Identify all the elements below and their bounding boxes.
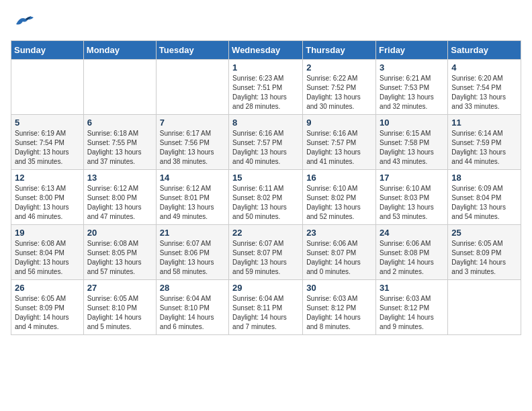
logo[interactable] xyxy=(11,11,36,35)
svg-rect-0 xyxy=(11,11,35,35)
day-number: 5 xyxy=(15,118,80,128)
calendar-day-cell: 11Sunrise: 6:14 AM Sunset: 7:59 PM Dayli… xyxy=(448,115,521,170)
day-info: Sunrise: 6:16 AM Sunset: 7:57 PM Dayligh… xyxy=(232,129,299,167)
day-header-tuesday: Tuesday xyxy=(156,41,228,60)
day-number: 4 xyxy=(451,62,517,73)
day-header-thursday: Thursday xyxy=(303,41,376,60)
calendar-day-cell: 22Sunrise: 6:07 AM Sunset: 8:07 PM Dayli… xyxy=(229,225,303,280)
day-number: 28 xyxy=(160,283,225,293)
calendar-day-cell: 14Sunrise: 6:12 AM Sunset: 8:01 PM Dayli… xyxy=(156,170,228,225)
day-number: 26 xyxy=(15,283,80,293)
day-number: 17 xyxy=(380,173,444,183)
calendar-week-row: 12Sunrise: 6:13 AM Sunset: 8:00 PM Dayli… xyxy=(11,170,521,225)
calendar-day-cell: 10Sunrise: 6:15 AM Sunset: 7:58 PM Dayli… xyxy=(376,115,448,170)
day-info: Sunrise: 6:06 AM Sunset: 8:08 PM Dayligh… xyxy=(380,239,444,277)
day-info: Sunrise: 6:05 AM Sunset: 8:10 PM Dayligh… xyxy=(87,294,152,332)
day-number: 22 xyxy=(232,228,299,238)
day-info: Sunrise: 6:10 AM Sunset: 8:02 PM Dayligh… xyxy=(306,184,372,222)
calendar-day-cell: 26Sunrise: 6:05 AM Sunset: 8:09 PM Dayli… xyxy=(11,280,84,335)
day-number: 13 xyxy=(87,173,152,183)
calendar-day-cell: 6Sunrise: 6:18 AM Sunset: 7:55 PM Daylig… xyxy=(83,115,156,170)
day-number: 8 xyxy=(232,118,299,128)
day-number: 10 xyxy=(380,118,444,128)
calendar-day-cell: 15Sunrise: 6:11 AM Sunset: 8:02 PM Dayli… xyxy=(229,170,303,225)
day-header-monday: Monday xyxy=(83,41,156,60)
calendar-empty-cell xyxy=(448,280,521,335)
day-number: 29 xyxy=(232,283,299,293)
calendar-day-cell: 3Sunrise: 6:21 AM Sunset: 7:53 PM Daylig… xyxy=(376,60,448,115)
day-info: Sunrise: 6:16 AM Sunset: 7:57 PM Dayligh… xyxy=(306,129,372,167)
day-header-saturday: Saturday xyxy=(448,41,521,60)
day-info: Sunrise: 6:08 AM Sunset: 8:04 PM Dayligh… xyxy=(15,239,80,277)
calendar-day-cell: 19Sunrise: 6:08 AM Sunset: 8:04 PM Dayli… xyxy=(11,225,84,280)
day-info: Sunrise: 6:12 AM Sunset: 8:01 PM Dayligh… xyxy=(160,184,225,222)
day-number: 23 xyxy=(306,228,372,238)
calendar-day-cell: 30Sunrise: 6:03 AM Sunset: 8:12 PM Dayli… xyxy=(303,280,376,335)
calendar-day-cell: 12Sunrise: 6:13 AM Sunset: 8:00 PM Dayli… xyxy=(11,170,84,225)
day-info: Sunrise: 6:21 AM Sunset: 7:53 PM Dayligh… xyxy=(380,74,444,111)
calendar-week-row: 5Sunrise: 6:19 AM Sunset: 7:54 PM Daylig… xyxy=(11,115,521,170)
page-header xyxy=(11,11,521,35)
day-info: Sunrise: 6:03 AM Sunset: 8:12 PM Dayligh… xyxy=(306,294,372,332)
calendar-day-cell: 4Sunrise: 6:20 AM Sunset: 7:54 PM Daylig… xyxy=(448,60,521,115)
calendar-day-cell: 1Sunrise: 6:23 AM Sunset: 7:51 PM Daylig… xyxy=(229,60,303,115)
day-info: Sunrise: 6:18 AM Sunset: 7:55 PM Dayligh… xyxy=(87,129,152,167)
calendar-day-cell: 18Sunrise: 6:09 AM Sunset: 8:04 PM Dayli… xyxy=(448,170,521,225)
day-number: 14 xyxy=(160,173,225,183)
calendar-empty-cell xyxy=(11,60,84,115)
day-number: 27 xyxy=(87,283,152,293)
day-info: Sunrise: 6:08 AM Sunset: 8:05 PM Dayligh… xyxy=(87,239,152,277)
day-header-wednesday: Wednesday xyxy=(229,41,303,60)
day-info: Sunrise: 6:04 AM Sunset: 8:11 PM Dayligh… xyxy=(232,294,299,332)
day-info: Sunrise: 6:17 AM Sunset: 7:56 PM Dayligh… xyxy=(160,129,225,167)
day-info: Sunrise: 6:07 AM Sunset: 8:06 PM Dayligh… xyxy=(160,239,225,277)
day-number: 11 xyxy=(451,118,517,128)
day-info: Sunrise: 6:12 AM Sunset: 8:00 PM Dayligh… xyxy=(87,184,152,222)
day-info: Sunrise: 6:11 AM Sunset: 8:02 PM Dayligh… xyxy=(232,184,299,222)
day-number: 19 xyxy=(15,228,80,238)
calendar-day-cell: 9Sunrise: 6:16 AM Sunset: 7:57 PM Daylig… xyxy=(303,115,376,170)
calendar-day-cell: 25Sunrise: 6:05 AM Sunset: 8:09 PM Dayli… xyxy=(448,225,521,280)
day-info: Sunrise: 6:05 AM Sunset: 8:09 PM Dayligh… xyxy=(15,294,80,332)
day-number: 7 xyxy=(160,118,225,128)
calendar-day-cell: 5Sunrise: 6:19 AM Sunset: 7:54 PM Daylig… xyxy=(11,115,84,170)
calendar-week-row: 19Sunrise: 6:08 AM Sunset: 8:04 PM Dayli… xyxy=(11,225,521,280)
calendar-table: SundayMondayTuesdayWednesdayThursdayFrid… xyxy=(11,40,521,335)
calendar-day-cell: 7Sunrise: 6:17 AM Sunset: 7:56 PM Daylig… xyxy=(156,115,228,170)
day-info: Sunrise: 6:20 AM Sunset: 7:54 PM Dayligh… xyxy=(451,74,517,111)
day-info: Sunrise: 6:07 AM Sunset: 8:07 PM Dayligh… xyxy=(232,239,299,277)
day-number: 30 xyxy=(306,283,372,293)
calendar-day-cell: 28Sunrise: 6:04 AM Sunset: 8:10 PM Dayli… xyxy=(156,280,228,335)
calendar-week-row: 26Sunrise: 6:05 AM Sunset: 8:09 PM Dayli… xyxy=(11,280,521,335)
day-number: 6 xyxy=(87,118,152,128)
day-number: 16 xyxy=(306,173,372,183)
calendar-day-cell: 8Sunrise: 6:16 AM Sunset: 7:57 PM Daylig… xyxy=(229,115,303,170)
day-number: 12 xyxy=(15,173,80,183)
day-info: Sunrise: 6:23 AM Sunset: 7:51 PM Dayligh… xyxy=(232,74,299,111)
day-number: 3 xyxy=(380,62,444,73)
calendar-week-row: 1Sunrise: 6:23 AM Sunset: 7:51 PM Daylig… xyxy=(11,60,521,115)
day-number: 24 xyxy=(380,228,444,238)
day-header-friday: Friday xyxy=(376,41,448,60)
day-info: Sunrise: 6:09 AM Sunset: 8:04 PM Dayligh… xyxy=(451,184,517,222)
calendar-empty-cell xyxy=(83,60,156,115)
day-header-sunday: Sunday xyxy=(11,41,84,60)
day-info: Sunrise: 6:06 AM Sunset: 8:07 PM Dayligh… xyxy=(306,239,372,277)
day-info: Sunrise: 6:05 AM Sunset: 8:09 PM Dayligh… xyxy=(451,239,517,277)
calendar-day-cell: 23Sunrise: 6:06 AM Sunset: 8:07 PM Dayli… xyxy=(303,225,376,280)
day-info: Sunrise: 6:10 AM Sunset: 8:03 PM Dayligh… xyxy=(380,184,444,222)
day-number: 21 xyxy=(160,228,225,238)
calendar-day-cell: 24Sunrise: 6:06 AM Sunset: 8:08 PM Dayli… xyxy=(376,225,448,280)
day-info: Sunrise: 6:04 AM Sunset: 8:10 PM Dayligh… xyxy=(160,294,225,332)
logo-icon xyxy=(11,11,35,35)
calendar-empty-cell xyxy=(156,60,228,115)
calendar-day-cell: 20Sunrise: 6:08 AM Sunset: 8:05 PM Dayli… xyxy=(83,225,156,280)
day-info: Sunrise: 6:03 AM Sunset: 8:12 PM Dayligh… xyxy=(380,294,444,332)
day-number: 18 xyxy=(451,173,517,183)
calendar-day-cell: 31Sunrise: 6:03 AM Sunset: 8:12 PM Dayli… xyxy=(376,280,448,335)
day-number: 25 xyxy=(451,228,517,238)
calendar-header-row: SundayMondayTuesdayWednesdayThursdayFrid… xyxy=(11,41,521,60)
day-number: 9 xyxy=(306,118,372,128)
day-info: Sunrise: 6:15 AM Sunset: 7:58 PM Dayligh… xyxy=(380,129,444,167)
calendar-day-cell: 29Sunrise: 6:04 AM Sunset: 8:11 PM Dayli… xyxy=(229,280,303,335)
